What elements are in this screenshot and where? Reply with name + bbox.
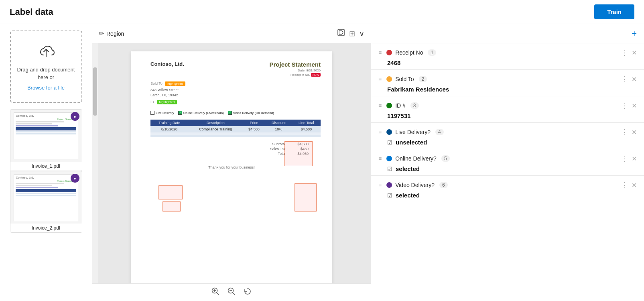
label-value: unselected: [396, 139, 427, 146]
doc-badge: ●: [71, 112, 79, 121]
region-tool[interactable]: ✏ Region: [99, 30, 124, 37]
label-name: Sold To: [395, 76, 414, 82]
scrollbar-track[interactable]: [92, 43, 98, 283]
label-tool-button[interactable]: [337, 28, 345, 39]
label-item: ≡ Sold To 2 ⋮ ✕ Fabrikam Residences: [371, 70, 644, 96]
document-card[interactable]: Contoso, Ltd. Project Statement ● Invoic…: [10, 171, 82, 233]
label-item: ≡ Live Delivery? 4 ⋮ ✕ ☑ unselected: [371, 123, 644, 149]
color-indicator: [386, 182, 392, 188]
right-panel: + ≡ Receipt No 1 ⋮ ✕ 2468 ≡ Sold To 2 ⋮ …: [371, 24, 644, 301]
label-name: Receipt No: [395, 49, 423, 56]
checkbox-icon: ☑: [387, 166, 392, 172]
document-card[interactable]: Contoso, Ltd. Project Statement ● Invoic…: [10, 109, 82, 171]
more-options-button[interactable]: ⋮: [621, 181, 628, 189]
svg-line-3: [217, 293, 219, 295]
label-item: ≡ Receipt No 1 ⋮ ✕ 2468: [371, 43, 644, 70]
label-count: 6: [439, 182, 448, 188]
label-value: selected: [396, 192, 420, 199]
drag-handle[interactable]: ≡: [378, 129, 382, 135]
doc-table: Training Date Description Price Discount…: [150, 120, 321, 137]
doc-filename: Invoice_2.pdf: [10, 224, 82, 232]
label-count: 4: [435, 129, 444, 135]
delete-label-button[interactable]: ✕: [632, 102, 637, 110]
scrollbar-thumb[interactable]: [93, 67, 97, 116]
label-count: 2: [419, 76, 427, 82]
region-label: Region: [106, 31, 124, 37]
layers-button[interactable]: ⊞: [349, 29, 355, 38]
header: Label data Train: [0, 0, 644, 24]
label-count: 3: [410, 102, 419, 109]
upload-drag-text: Drag and drop document here or: [17, 66, 75, 81]
doc-thumbnail: Contoso, Ltd. Project Statement ●: [10, 171, 82, 224]
doc-company: Contoso, Ltd.: [150, 61, 184, 67]
toolbar-actions: ⊞ ∨: [337, 28, 364, 39]
label-count: 5: [441, 155, 450, 162]
label-value: 2468: [387, 59, 400, 66]
delete-label-button[interactable]: ✕: [632, 75, 637, 83]
label-actions: ⋮ ✕: [621, 75, 637, 83]
label-actions: ⋮ ✕: [621, 154, 637, 163]
label-name: Online Delivery?: [395, 155, 437, 162]
drag-handle[interactable]: ≡: [378, 76, 382, 82]
document-viewer[interactable]: Contoso, Ltd. Project Statement Date: 8/…: [92, 43, 371, 283]
doc-project-title: Project Statement: [269, 61, 321, 68]
label-name: Video Delivery?: [395, 182, 435, 188]
checkbox-icon: ☑: [387, 192, 392, 199]
color-indicator: [386, 103, 392, 108]
more-options-button[interactable]: ⋮: [621, 75, 628, 83]
delete-label-button[interactable]: ✕: [632, 181, 637, 189]
doc-badge: ●: [71, 174, 79, 183]
label-header: ≡ Online Delivery? 5 ⋮ ✕: [378, 154, 637, 163]
upload-area[interactable]: Drag and drop document here or Browse fo…: [10, 31, 82, 103]
left-panel: Drag and drop document here or Browse fo…: [0, 24, 92, 301]
labels-list: ≡ Receipt No 1 ⋮ ✕ 2468 ≡ Sold To 2 ⋮ ✕ …: [371, 43, 644, 202]
delete-label-button[interactable]: ✕: [632, 128, 637, 136]
rotate-button[interactable]: [243, 287, 252, 298]
more-options-button[interactable]: ⋮: [621, 48, 628, 57]
zoom-in-button[interactable]: [211, 287, 220, 298]
more-options-button[interactable]: ⋮: [621, 154, 628, 163]
browse-link[interactable]: Browse for a file: [27, 85, 65, 91]
right-header: +: [371, 24, 644, 43]
zoom-out-button[interactable]: [227, 287, 236, 298]
label-actions: ⋮ ✕: [621, 128, 637, 136]
document-page: Contoso, Ltd. Project Statement Date: 8/…: [131, 51, 332, 283]
doc-filename: Invoice_1.pdf: [10, 162, 82, 171]
svg-line-7: [233, 293, 236, 295]
label-item: ≡ Online Delivery? 5 ⋮ ✕ ☑ selected: [371, 149, 644, 176]
label-name: Live Delivery?: [395, 129, 431, 135]
drag-handle[interactable]: ≡: [378, 102, 382, 109]
label-header: ≡ Video Delivery? 6 ⋮ ✕: [378, 181, 637, 189]
label-value: Fabrikam Residences: [387, 86, 449, 93]
checkbox-icon: ☑: [387, 139, 392, 146]
label-value-row: 1197531: [387, 112, 637, 119]
drag-handle[interactable]: ≡: [378, 49, 382, 56]
label-value-row: ☑ unselected: [387, 139, 637, 146]
more-options-button[interactable]: ⋮: [621, 128, 628, 136]
label-actions: ⋮ ✕: [621, 48, 637, 57]
label-value-row: 2468: [387, 59, 637, 66]
drag-handle[interactable]: ≡: [378, 182, 382, 188]
drag-handle[interactable]: ≡: [378, 155, 382, 162]
label-actions: ⋮ ✕: [621, 101, 637, 110]
delete-label-button[interactable]: ✕: [632, 49, 637, 57]
train-button[interactable]: Train: [594, 4, 634, 19]
label-value: 1197531: [387, 112, 410, 119]
add-label-button[interactable]: +: [632, 28, 637, 39]
label-item: ≡ Video Delivery? 6 ⋮ ✕ ☑ selected: [371, 176, 644, 202]
label-value: selected: [396, 165, 420, 172]
color-indicator: [386, 76, 392, 82]
color-indicator: [386, 129, 392, 135]
video-delivery-checkbox: ✓: [228, 111, 232, 115]
label-header: ≡ Live Delivery? 4 ⋮ ✕: [378, 128, 637, 136]
label-name: ID #: [395, 102, 406, 109]
color-indicator: [386, 156, 392, 161]
doc-checkboxes: Live Delivery ✓ Online Delivery (Livestr…: [150, 111, 321, 115]
more-options-button[interactable]: ⋮: [621, 101, 628, 110]
delete-label-button[interactable]: ✕: [632, 155, 637, 163]
edit-icon: ✏: [99, 30, 104, 37]
label-header: ≡ ID # 3 ⋮ ✕: [378, 101, 637, 110]
center-panel: ✏ Region ⊞ ∨ Contoso, Ltd.: [92, 24, 371, 301]
page-title: Label data: [10, 7, 53, 17]
chevron-down-button[interactable]: ∨: [359, 29, 364, 38]
